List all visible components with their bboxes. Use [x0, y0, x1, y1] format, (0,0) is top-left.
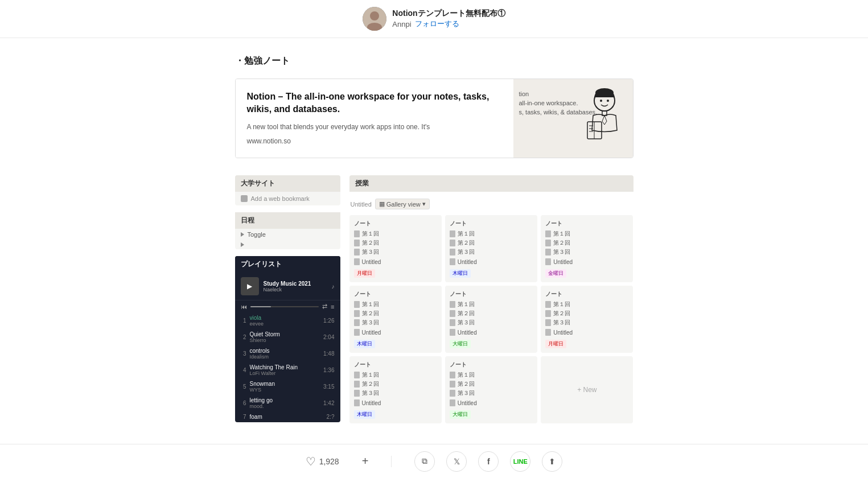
track-num: 1 [241, 318, 246, 324]
day-badge: 月曜日 [545, 340, 566, 348]
gallery-cell-item: 第２回 [450, 310, 533, 318]
share-icon: ⬆ [549, 457, 556, 466]
gallery-cell[interactable]: ノート 第１回 第２回 第３回 Untitled 大 [445, 356, 537, 423]
gallery-cell[interactable]: ノート 第１回 第２回 第３回 Untitled 木 [349, 286, 442, 353]
gallery-cell-item: 第１回 [450, 230, 533, 238]
track-info: controls Idealism [250, 348, 320, 360]
gallery-cell[interactable]: ノート 第１回 第２回 第３回 Untitled 金 [541, 215, 633, 282]
gallery-cell-item: 第１回 [354, 300, 437, 308]
track-num: 6 [241, 400, 246, 406]
track-num: 3 [241, 351, 246, 357]
notion-card-desc: A new tool that blends your everyday wor… [247, 122, 502, 132]
track-duration: 1:48 [323, 351, 334, 357]
track-artist: mood. [250, 403, 320, 409]
untitled-item: Untitled [553, 329, 573, 336]
playlist-item[interactable]: 7 foam 2:? [235, 411, 340, 422]
player-icons: ♪ [332, 283, 335, 290]
screenshot-area: 大学サイト Add a web bookmark 日程 Toggle [235, 175, 633, 423]
doc-icon [545, 310, 551, 317]
add-action[interactable]: + [362, 455, 369, 468]
player-controls[interactable]: ⏮ ⇄ ≡ [235, 300, 340, 312]
gallery-add-cell[interactable]: + New [541, 356, 633, 423]
footer-divider [391, 456, 392, 467]
gallery-cell[interactable]: ノート 第１回 第２回 第３回 Untitled 大 [445, 286, 537, 353]
follow-link[interactable]: フォローする [415, 19, 459, 29]
day-badge: 木曜日 [354, 340, 375, 348]
gallery-cell-item: 第１回 [545, 300, 628, 308]
shuffle-icon[interactable]: ⇄ [322, 303, 327, 310]
twitter-icon: 𝕏 [454, 457, 460, 466]
track-duration: 1:42 [323, 400, 334, 406]
playlist-item[interactable]: 6 letting go mood. 1:42 [235, 395, 340, 411]
gallery-header: 授業 [349, 175, 633, 192]
like-action[interactable]: ♡ 1,928 [306, 455, 339, 468]
gallery-cell-item: 第３回 [450, 319, 533, 327]
gallery-cell-item: 第２回 [354, 239, 437, 247]
day-badge: 大曜日 [450, 340, 471, 348]
playlist-item[interactable]: 4 Watching The Rain LoFi Walter 1:36 [235, 362, 340, 378]
doc-icon [545, 230, 551, 237]
prev-icon[interactable]: ⏮ [241, 303, 247, 310]
spotify-icon: ♪ [332, 283, 335, 290]
twitter-button[interactable]: 𝕏 [446, 451, 467, 472]
untitled-item: Untitled [362, 400, 381, 406]
doc-icon [450, 319, 455, 326]
doc-icon [354, 249, 360, 256]
track-info: letting go mood. [250, 397, 320, 409]
doc-icon [450, 381, 455, 388]
svg-point-6 [607, 100, 609, 102]
untitled-item: Untitled [553, 259, 573, 265]
schedule-section: 日程 Toggle [235, 212, 340, 249]
player-artist: Naeleck [264, 287, 327, 292]
gallery-cell[interactable]: ノート 第１回 第２回 第３回 Untitled 月 [541, 286, 633, 353]
gallery-icon: ▦ [379, 200, 385, 208]
doc-icon [450, 310, 455, 317]
gallery-cell[interactable]: ノート 第１回 第２回 第３回 Untitled 月 [349, 215, 442, 282]
schedule-item-1[interactable]: Toggle [235, 229, 340, 240]
toggle-icon [241, 232, 244, 237]
item-label: 第３回 [362, 248, 379, 256]
copy-button[interactable]: ⧉ [414, 451, 435, 472]
item-label: 第１回 [362, 371, 379, 379]
item-label: 第２回 [362, 380, 379, 388]
item-label: 第１回 [458, 230, 475, 238]
playlist-item[interactable]: 5 Snowman WYS 3:15 [235, 378, 340, 395]
doc-icon [354, 390, 360, 397]
track-info: viola eevee [250, 315, 320, 327]
playlist-item[interactable]: 1 viola eevee 1:26 [235, 312, 340, 329]
gallery-cell-item: 第１回 [450, 300, 533, 308]
add-bookmark[interactable]: Add a web bookmark [235, 192, 340, 205]
gallery-cell-item: 第２回 [450, 380, 533, 388]
facebook-button[interactable]: f [478, 451, 499, 472]
gallery-cell-item: 第３回 [354, 389, 437, 397]
progress-fill [250, 306, 271, 307]
track-info: Quiet Storm Shierro [250, 331, 320, 343]
playlist-item[interactable]: 2 Quiet Storm Shierro 2:04 [235, 329, 340, 345]
playlist-section: プレイリスト ▶ Study Music 2021 Naeleck ♪ ⏮ [235, 256, 340, 422]
external-share-button[interactable]: ⬆ [542, 451, 562, 472]
add-icon: + [362, 455, 369, 468]
line-button[interactable]: LINE [510, 451, 530, 472]
doc-icon [545, 240, 551, 246]
gallery-cell[interactable]: ノート 第１回 第２回 第３回 Untitled 木 [349, 356, 442, 423]
item-label: 第３回 [553, 319, 570, 327]
schedule-item-2[interactable] [235, 240, 340, 249]
player-song: Study Music 2021 [264, 281, 327, 287]
section-title: ・勉強ノート [235, 55, 633, 67]
schedule-title: 日程 [235, 212, 340, 229]
menu-icon[interactable]: ≡ [331, 303, 334, 310]
track-duration: 3:15 [323, 384, 334, 390]
notion-card-title: Notion – The all-in-one workspace for yo… [247, 90, 502, 116]
doc-icon [450, 240, 455, 246]
heart-icon: ♡ [306, 455, 316, 468]
doc-icon [450, 230, 455, 237]
gallery-view-label: Gallery view [386, 201, 421, 208]
header: Notionテンプレート無料配布① Annpi フォローする [0, 0, 868, 38]
notion-card-left: Notion – The all-in-one workspace for yo… [236, 79, 513, 158]
playlist-item[interactable]: 3 controls Idealism 1:48 [235, 345, 340, 362]
notion-card[interactable]: Notion – The all-in-one workspace for yo… [235, 79, 633, 158]
player-info: Study Music 2021 Naeleck [264, 281, 327, 292]
gallery-view-button[interactable]: ▦ Gallery view ▾ [375, 199, 430, 209]
item-label: 第２回 [458, 380, 475, 388]
gallery-cell[interactable]: ノート 第１回 第２回 第３回 Untitled 木 [445, 215, 537, 282]
